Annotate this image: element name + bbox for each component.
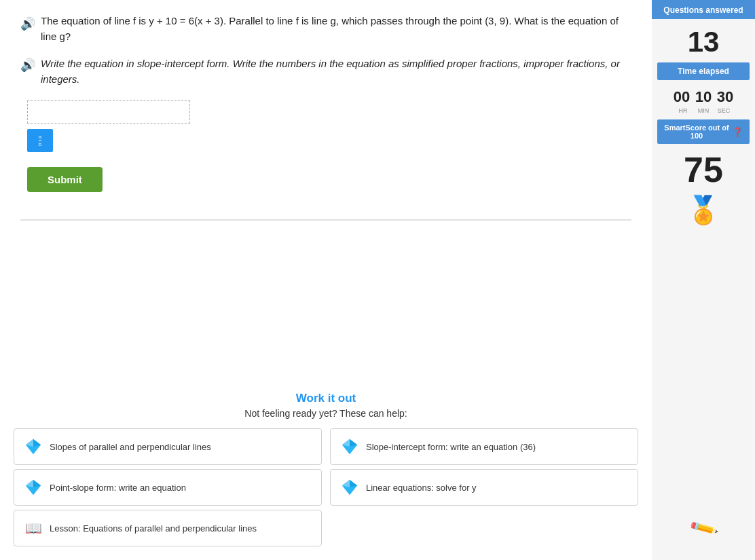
help-card-1[interactable]: Slopes of parallel and perpendicular lin…	[14, 428, 322, 465]
time-hr-label: HR	[674, 107, 693, 114]
medal-icon: 🏅	[686, 194, 720, 226]
submit-button[interactable]: Submit	[27, 167, 103, 192]
main-question: The equation of line f is y + 10 = 6(x +…	[41, 14, 631, 44]
book-icon: 📖	[24, 519, 43, 538]
sidebar: Questions answered 13 Time elapsed 00 10…	[652, 0, 755, 560]
speaker-icon[interactable]: 🔊	[20, 15, 35, 33]
work-it-out-title: Work it out	[0, 392, 652, 405]
not-ready-text: Not feeling ready yet? These can help:	[0, 408, 652, 419]
help-cards-grid: Slopes of parallel and perpendicular lin…	[0, 428, 652, 560]
time-display: 00 10 30	[672, 88, 735, 106]
time-labels: HR MIN SEC	[674, 107, 733, 114]
instruction-block: 🔊 Write the equation in slope-intercept …	[20, 56, 631, 87]
main-content: 🔊 The equation of line f is y + 10 = 6(x…	[0, 0, 652, 560]
help-card-4[interactable]: Linear equations: solve for y	[330, 469, 638, 506]
help-card-1-label: Slopes of parallel and perpendicular lin…	[50, 442, 211, 452]
diamond-icon-2	[340, 437, 359, 456]
diamond-icon-1	[24, 437, 43, 456]
time-elapsed-label: Time elapsed	[678, 67, 729, 76]
pencil-icon[interactable]: ✏️	[688, 512, 720, 544]
time-min: 10	[694, 88, 713, 106]
time-min-label: MIN	[694, 107, 713, 114]
speaker-icon-2[interactable]: 🔊	[20, 58, 35, 73]
help-card-2-label: Slope-intercept form: write an equation …	[366, 442, 536, 452]
diamond-icon-4	[340, 478, 359, 497]
fraction-button[interactable]: a b	[27, 129, 53, 152]
time-sec-label: SEC	[714, 107, 733, 114]
help-card-3[interactable]: Point-slope form: write an equation	[14, 469, 322, 506]
answer-input[interactable]	[27, 100, 190, 124]
smartscore-label: SmartScore out of 100	[664, 124, 730, 140]
answer-area: a b Submit	[27, 100, 631, 192]
diamond-icon-3	[24, 478, 43, 497]
time-sec: 30	[716, 88, 735, 106]
instruction-text: Write the equation in slope-intercept fo…	[41, 56, 631, 87]
divider	[20, 219, 631, 221]
question-text: 🔊 The equation of line f is y + 10 = 6(x…	[20, 14, 631, 44]
help-card-5[interactable]: 📖 Lesson: Equations of parallel and perp…	[14, 510, 322, 546]
questions-answered-label: Questions answered	[652, 0, 755, 19]
time-elapsed-box: Time elapsed	[657, 62, 750, 80]
help-card-4-label: Linear equations: solve for y	[366, 483, 477, 493]
help-card-3-label: Point-slope form: write an equation	[50, 483, 186, 493]
smartscore-box: SmartScore out of 100 ❓	[657, 119, 750, 144]
time-hr: 00	[672, 88, 691, 106]
help-card-5-label: Lesson: Equations of parallel and perpen…	[50, 523, 257, 534]
help-card-2[interactable]: Slope-intercept form: write an equation …	[330, 428, 638, 465]
smartscore-count: 75	[684, 149, 723, 190]
work-it-out-section: Work it out Not feeling ready yet? These…	[0, 385, 652, 560]
smartscore-info-icon[interactable]: ❓	[732, 127, 743, 137]
question-block: 🔊 The equation of line f is y + 10 = 6(x…	[20, 14, 631, 44]
questions-answered-count: 13	[688, 26, 720, 58]
